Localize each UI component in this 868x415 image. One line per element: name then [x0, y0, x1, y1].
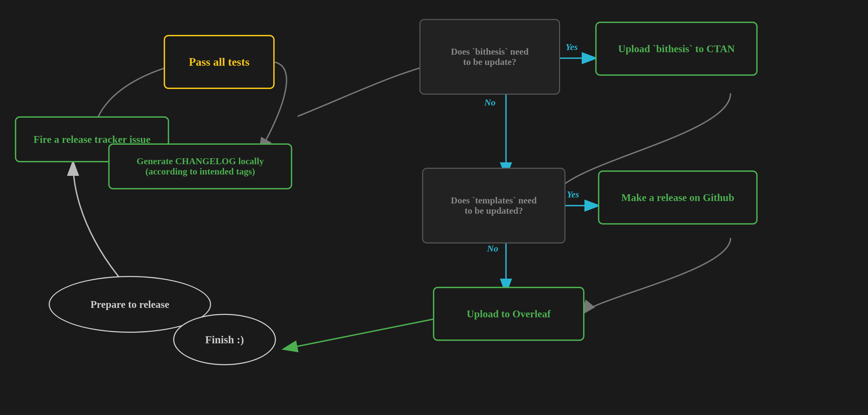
yes-bithesis-label: Yes — [565, 42, 578, 52]
yes-templates-label: Yes — [567, 189, 579, 200]
diagram: Pass all tests Fire a release tracker is… — [0, 0, 868, 415]
pass-all-tests-node: Pass all tests — [164, 35, 275, 89]
make-release-node: Make a release on Github — [598, 170, 757, 225]
no-bithesis-label: No — [484, 97, 496, 108]
does-templates-node: Does `templates` need to be updated? — [422, 168, 565, 244]
does-bithesis-node: Does `bithesis` need to be update? — [420, 19, 560, 95]
finish-node: Finish :) — [173, 314, 276, 365]
upload-overleaf-node: Upload to Overleaf — [433, 287, 584, 341]
svg-line-4 — [284, 319, 433, 349]
generate-changelog-node: Generate CHANGELOG locally (according to… — [108, 143, 292, 189]
no-templates-label: No — [487, 244, 498, 254]
upload-bithesis-node: Upload `bithesis` to CTAN — [595, 22, 757, 76]
